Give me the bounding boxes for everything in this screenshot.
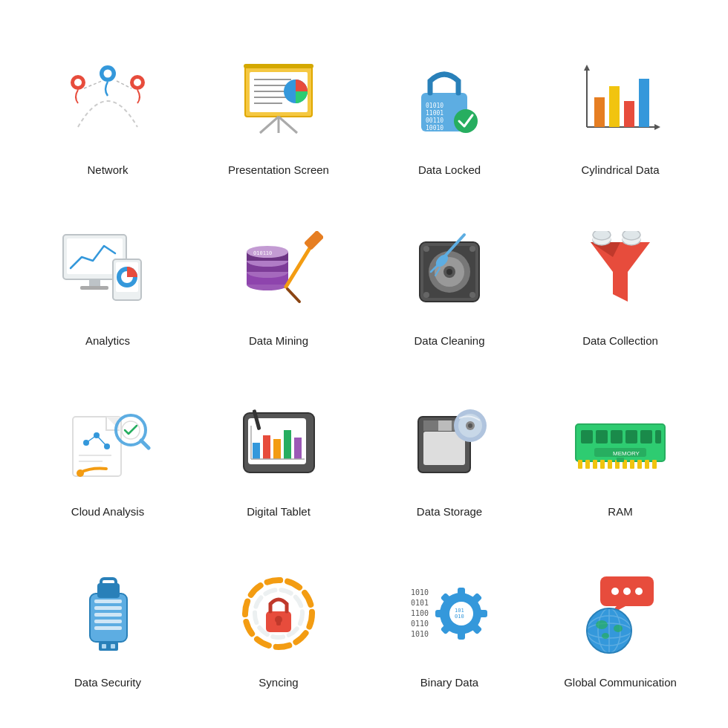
svg-text:101: 101 xyxy=(455,608,464,614)
svg-point-1 xyxy=(74,79,82,86)
data-locked-icon: 01010 11001 00110 10010 xyxy=(397,49,501,153)
analytics-icon xyxy=(56,220,160,324)
svg-rect-91 xyxy=(273,439,281,459)
svg-point-169 xyxy=(602,633,609,639)
svg-point-69 xyxy=(593,231,611,240)
svg-rect-105 xyxy=(581,430,593,443)
svg-point-159 xyxy=(611,588,619,595)
svg-rect-122 xyxy=(617,458,624,462)
svg-rect-108 xyxy=(625,430,637,443)
digital-tablet-icon xyxy=(227,391,331,495)
svg-rect-19 xyxy=(244,64,313,68)
cell-data-mining: 010110 Data Mining xyxy=(197,197,360,360)
svg-rect-133 xyxy=(111,644,115,649)
ram-icon: MEMORY xyxy=(568,391,672,495)
svg-rect-32 xyxy=(624,101,634,127)
svg-text:1010: 1010 xyxy=(411,588,429,597)
svg-line-6 xyxy=(84,81,102,88)
presentation-screen-icon xyxy=(227,49,331,153)
svg-rect-93 xyxy=(294,438,302,459)
svg-point-160 xyxy=(623,588,631,595)
cell-ram: MEMORY RAM xyxy=(539,368,702,531)
cell-data-collection: Data Collection xyxy=(539,197,702,360)
ram-label: RAM xyxy=(608,505,632,518)
cell-analytics: Analytics xyxy=(26,197,189,360)
svg-rect-110 xyxy=(655,430,661,443)
svg-rect-140 xyxy=(276,620,281,625)
data-collection-label: Data Collection xyxy=(582,334,658,347)
svg-rect-121 xyxy=(652,460,657,469)
svg-rect-141 xyxy=(458,588,465,598)
svg-rect-90 xyxy=(263,435,270,459)
svg-rect-99 xyxy=(438,420,452,431)
global-communication-label: Global Communication xyxy=(564,676,677,689)
presentation-screen-label: Presentation Screen xyxy=(228,163,329,176)
network-icon xyxy=(56,49,160,153)
svg-line-7 xyxy=(117,81,131,88)
svg-text:0101: 0101 xyxy=(411,599,429,607)
svg-text:00110: 00110 xyxy=(426,117,443,124)
svg-point-103 xyxy=(468,423,472,428)
svg-rect-112 xyxy=(585,460,590,469)
svg-text:0110: 0110 xyxy=(411,620,429,628)
data-security-icon xyxy=(56,562,160,666)
data-storage-icon xyxy=(397,391,501,495)
svg-point-62 xyxy=(469,292,475,298)
svg-rect-120 xyxy=(645,460,649,469)
svg-rect-107 xyxy=(611,430,623,443)
svg-rect-92 xyxy=(284,430,291,459)
cell-data-storage: Data Storage xyxy=(368,368,531,531)
cylindrical-data-icon xyxy=(568,49,672,153)
cell-cylindrical-data: Cylindrical Data xyxy=(539,26,702,189)
svg-point-58 xyxy=(446,269,452,275)
svg-rect-37 xyxy=(80,286,108,290)
svg-rect-111 xyxy=(578,460,582,469)
svg-line-17 xyxy=(260,117,279,133)
svg-rect-113 xyxy=(593,460,597,469)
svg-text:1010: 1010 xyxy=(411,630,429,638)
cylindrical-data-label: Cylindrical Data xyxy=(581,163,659,176)
svg-point-72 xyxy=(623,231,640,240)
binary-data-label: Binary Data xyxy=(420,676,478,689)
cell-presentation-screen: Presentation Screen xyxy=(197,26,360,189)
cloud-analysis-label: Cloud Analysis xyxy=(71,505,144,518)
svg-rect-114 xyxy=(600,460,605,469)
svg-point-82 xyxy=(77,469,84,477)
svg-text:010110: 010110 xyxy=(253,250,272,256)
svg-rect-126 xyxy=(94,599,122,603)
svg-rect-143 xyxy=(477,610,487,617)
digital-tablet-label: Digital Tablet xyxy=(247,505,311,518)
svg-rect-31 xyxy=(609,86,620,127)
svg-text:MEMORY: MEMORY xyxy=(613,450,640,457)
data-cleaning-icon xyxy=(397,220,501,324)
data-security-label: Data Security xyxy=(74,676,141,689)
svg-point-59 xyxy=(423,246,429,252)
cell-cloud-analysis: Cloud Analysis xyxy=(26,368,189,531)
svg-point-3 xyxy=(134,79,141,86)
svg-rect-147 xyxy=(435,610,446,617)
svg-rect-36 xyxy=(89,279,100,287)
cloud-analysis-icon xyxy=(56,391,160,495)
svg-point-167 xyxy=(596,620,608,629)
svg-rect-119 xyxy=(637,460,642,469)
svg-rect-131 xyxy=(99,642,118,651)
svg-rect-115 xyxy=(608,460,612,469)
svg-rect-130 xyxy=(94,626,122,630)
svg-rect-132 xyxy=(102,644,106,649)
svg-text:010: 010 xyxy=(455,614,464,620)
syncing-icon xyxy=(227,562,331,666)
data-locked-label: Data Locked xyxy=(418,163,481,176)
svg-rect-127 xyxy=(94,606,122,610)
cell-network: Network xyxy=(26,26,189,189)
svg-point-168 xyxy=(614,625,623,632)
global-communication-icon xyxy=(568,562,672,666)
svg-rect-106 xyxy=(596,430,608,443)
cell-data-locked: 01010 11001 00110 10010 Data Locked xyxy=(368,26,531,189)
data-storage-label: Data Storage xyxy=(417,505,482,518)
svg-point-5 xyxy=(104,70,112,78)
svg-line-18 xyxy=(279,117,297,133)
cell-global-communication: Global Communication xyxy=(539,539,702,702)
icon-grid: Network xyxy=(11,11,717,717)
svg-point-161 xyxy=(635,588,643,595)
binary-data-icon: 101 010 1010 0101 1100 0110 1010 xyxy=(397,562,501,666)
